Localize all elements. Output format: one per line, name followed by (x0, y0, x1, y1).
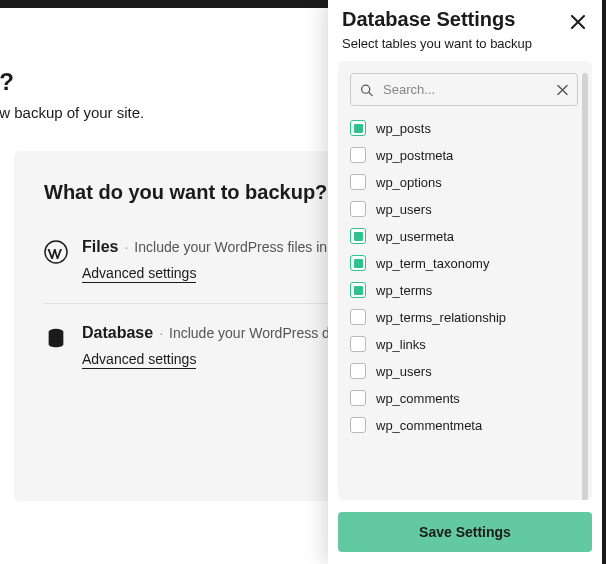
table-list: wp_postswp_postmetawp_optionswp_userswp_… (350, 120, 578, 433)
table-label: wp_links (376, 337, 426, 352)
table-label: wp_usermeta (376, 229, 454, 244)
table-row[interactable]: wp_terms (350, 282, 578, 298)
table-checkbox[interactable] (350, 228, 366, 244)
panel-footer: Save Settings (328, 500, 602, 564)
separator-dot: · (159, 325, 163, 341)
table-label: wp_users (376, 364, 432, 379)
close-button[interactable] (568, 12, 588, 32)
panel-title: Database Settings (342, 8, 515, 31)
table-checkbox[interactable] (350, 282, 366, 298)
table-checkbox[interactable] (350, 336, 366, 352)
table-label: wp_commentmeta (376, 418, 482, 433)
table-row[interactable]: wp_term_taxonomy (350, 255, 578, 271)
table-label: wp_posts (376, 121, 431, 136)
table-checkbox[interactable] (350, 309, 366, 325)
table-checkbox[interactable] (350, 174, 366, 190)
search-container (350, 73, 578, 106)
table-row[interactable]: wp_posts (350, 120, 578, 136)
option-label: Files (82, 238, 118, 255)
save-settings-button[interactable]: Save Settings (338, 512, 592, 552)
table-row[interactable]: wp_terms_relationship (350, 309, 578, 325)
table-label: wp_terms_relationship (376, 310, 506, 325)
table-row[interactable]: wp_postmeta (350, 147, 578, 163)
table-label: wp_term_taxonomy (376, 256, 489, 271)
table-checkbox[interactable] (350, 363, 366, 379)
database-settings-panel: Database Settings Select tables you want… (328, 0, 606, 564)
separator-dot: · (124, 239, 128, 255)
table-row[interactable]: wp_comments (350, 390, 578, 406)
table-checkbox[interactable] (350, 417, 366, 433)
table-label: wp_terms (376, 283, 432, 298)
panel-subtitle: Select tables you want to backup (328, 32, 602, 61)
option-label: Database (82, 324, 153, 341)
table-label: wp_options (376, 175, 442, 190)
scrollbar[interactable] (582, 73, 588, 500)
table-row[interactable]: wp_usermeta (350, 228, 578, 244)
table-checkbox[interactable] (350, 120, 366, 136)
search-input[interactable] (350, 73, 578, 106)
close-icon (571, 15, 585, 29)
clear-search-button[interactable] (557, 84, 568, 95)
wordpress-icon (44, 240, 68, 264)
table-label: wp_comments (376, 391, 460, 406)
table-row[interactable]: wp_options (350, 174, 578, 190)
table-row[interactable]: wp_links (350, 336, 578, 352)
table-checkbox[interactable] (350, 147, 366, 163)
table-checkbox[interactable] (350, 201, 366, 217)
panel-header: Database Settings (328, 0, 602, 32)
table-label: wp_postmeta (376, 148, 453, 163)
table-row[interactable]: wp_users (350, 363, 578, 379)
advanced-settings-link[interactable]: Advanced settings (82, 265, 196, 283)
search-icon (360, 83, 373, 96)
database-icon (44, 326, 68, 350)
table-label: wp_users (376, 202, 432, 217)
table-checkbox[interactable] (350, 255, 366, 271)
panel-body: wp_postswp_postmetawp_optionswp_userswp_… (338, 61, 592, 500)
table-row[interactable]: wp_users (350, 201, 578, 217)
table-row[interactable]: wp_commentmeta (350, 417, 578, 433)
table-checkbox[interactable] (350, 390, 366, 406)
advanced-settings-link[interactable]: Advanced settings (82, 351, 196, 369)
